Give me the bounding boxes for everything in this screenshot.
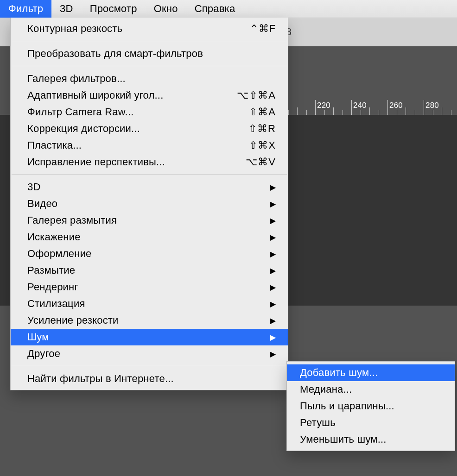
menubar: Фильтр3DПросмотрОкноСправка [0, 0, 457, 18]
menu-item-label: Оформление [27, 248, 270, 260]
menu-item[interactable]: Усиление резкости▶ [11, 312, 288, 329]
menu-item[interactable]: Оформление▶ [11, 245, 288, 262]
menu-item[interactable]: Исправление перспективы...⌥⌘V [11, 154, 288, 170]
menu-item-label: Найти фильтры в Интернете... [27, 373, 276, 385]
menu-item[interactable]: Размытие▶ [11, 262, 288, 279]
ruler-label: 280 [425, 101, 439, 110]
menu-item[interactable]: Преобразовать для смарт-фильтров [11, 45, 288, 62]
menu-item-label: Адаптивный широкий угол... [27, 89, 237, 101]
submenu-arrow-icon: ▶ [270, 316, 276, 325]
submenu-arrow-icon: ▶ [270, 216, 276, 225]
menu-item-label: Исправление перспективы... [27, 156, 246, 168]
menu-item[interactable]: Рендеринг▶ [11, 279, 288, 295]
menu-item-label: 3D [27, 181, 270, 193]
submenu-arrow-icon: ▶ [270, 266, 276, 275]
ruler-label: 260 [389, 101, 403, 110]
menu-item-label: Преобразовать для смарт-фильтров [27, 48, 276, 60]
submenu-item-label: Ретушь [300, 417, 336, 429]
menu-item-shortcut: ⇧⌘R [248, 123, 276, 135]
menu-item-shortcut: ⌥⌘V [246, 156, 276, 168]
menu-item-label: Коррекция дисторсии... [27, 123, 248, 135]
menu-item[interactable]: 3D▶ [11, 179, 288, 195]
menu-item-label: Рендеринг [27, 281, 270, 293]
menu-item[interactable]: Пластика...⇧⌘X [11, 137, 288, 154]
menubar-item-справка[interactable]: Справка [186, 0, 244, 18]
menu-item[interactable]: Фильтр Camera Raw...⇧⌘A [11, 104, 288, 120]
menu-separator [12, 366, 287, 367]
submenu-item[interactable]: Медиана... [287, 381, 455, 398]
ruler-label: 220 [317, 101, 330, 110]
menu-separator [12, 174, 287, 175]
menu-item-shortcut: ⇧⌘A [249, 106, 276, 118]
submenu-item[interactable]: Добавить шум... [287, 364, 455, 381]
submenu-item-label: Медиана... [300, 383, 352, 395]
menu-item-label: Другое [27, 348, 270, 360]
submenu-arrow-icon: ▶ [270, 350, 276, 358]
submenu-item-label: Пыль и царапины... [300, 400, 394, 412]
menu-item-label: Размытие [27, 264, 270, 276]
menu-item[interactable]: Галерея фильтров... [11, 70, 288, 87]
menu-item[interactable]: Галерея размытия▶ [11, 212, 288, 229]
menubar-item-фильтр[interactable]: Фильтр [0, 0, 51, 18]
menu-separator [12, 66, 287, 67]
menubar-item-окно[interactable]: Окно [146, 0, 186, 18]
menu-item[interactable]: Искажение▶ [11, 229, 288, 245]
menu-item-label: Пластика... [27, 139, 249, 151]
menubar-item-просмотр[interactable]: Просмотр [82, 0, 146, 18]
menu-item[interactable]: Контурная резкость⌃⌘F [11, 20, 288, 37]
menu-item-label: Стилизация [27, 298, 270, 310]
submenu-arrow-icon: ▶ [270, 233, 276, 242]
submenu-arrow-icon: ▶ [270, 200, 276, 208]
submenu-item[interactable]: Пыль и царапины... [287, 398, 455, 414]
menu-item-label: Видео [27, 198, 270, 210]
submenu-arrow-icon: ▶ [270, 283, 276, 292]
menu-item-label: Фильтр Camera Raw... [27, 106, 249, 118]
menu-item[interactable]: Найти фильтры в Интернете... [11, 370, 288, 387]
menu-separator [12, 41, 287, 42]
menu-item-label: Усиление резкости [27, 314, 270, 326]
submenu-item[interactable]: Уменьшить шум... [287, 431, 455, 448]
menu-item-label: Галерея размытия [27, 214, 270, 226]
menu-item[interactable]: Видео▶ [11, 195, 288, 212]
menu-item-shortcut: ⌃⌘F [250, 23, 276, 35]
menu-item-label: Шум [27, 331, 270, 343]
menubar-item-3d[interactable]: 3D [51, 0, 82, 18]
menu-item[interactable]: Шум▶ [11, 329, 288, 345]
submenu-arrow-icon: ▶ [270, 183, 276, 192]
submenu-item-label: Добавить шум... [300, 367, 378, 379]
menu-item-shortcut: ⌥⇧⌘A [237, 89, 276, 101]
ruler-label: 240 [353, 101, 367, 110]
menu-item[interactable]: Адаптивный широкий угол...⌥⇧⌘A [11, 87, 288, 104]
submenu-arrow-icon: ▶ [270, 333, 276, 342]
menu-item-shortcut: ⇧⌘X [249, 139, 276, 151]
menu-item[interactable]: Стилизация▶ [11, 295, 288, 312]
menu-item[interactable]: Коррекция дисторсии...⇧⌘R [11, 120, 288, 137]
noise-submenu: Добавить шум...Медиана...Пыль и царапины… [286, 361, 455, 451]
menu-item-label: Галерея фильтров... [27, 73, 276, 85]
menu-item-label: Контурная резкость [27, 23, 250, 35]
menu-item[interactable]: Другое▶ [11, 345, 288, 362]
submenu-arrow-icon: ▶ [270, 250, 276, 258]
filter-menu: Контурная резкость⌃⌘FПреобразовать для с… [10, 18, 288, 390]
submenu-item-label: Уменьшить шум... [300, 433, 387, 445]
submenu-arrow-icon: ▶ [270, 300, 276, 308]
submenu-item[interactable]: Ретушь [287, 414, 455, 431]
menu-item-label: Искажение [27, 231, 270, 243]
